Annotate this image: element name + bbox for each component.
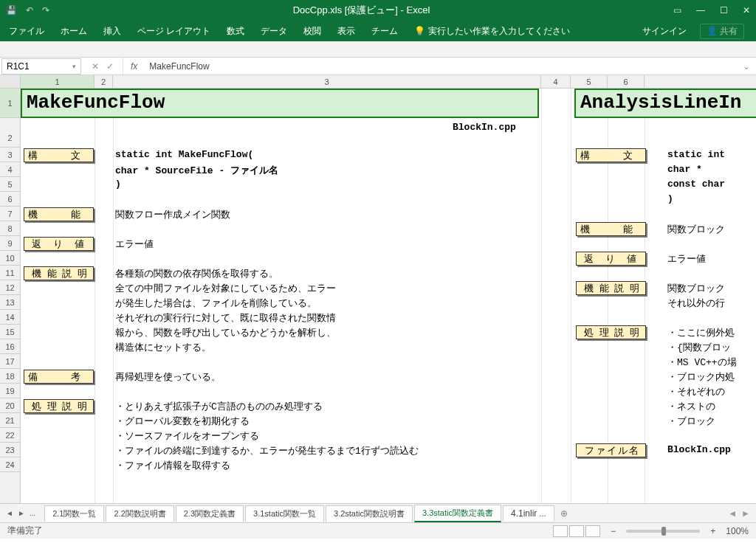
sheet-tab-active[interactable]: 3.3static関数定義書 (414, 505, 501, 522)
tab-nav-prev-icon[interactable]: ► (18, 509, 25, 517)
view-normal-icon[interactable] (553, 525, 568, 537)
cell-text: const char (667, 179, 725, 190)
sheet-tab[interactable]: 2.3関数定義書 (176, 505, 244, 522)
label-function-2: 機 能 (576, 222, 646, 236)
ribbon-options-icon[interactable]: ▭ (673, 5, 681, 15)
tab-data[interactable]: データ (261, 25, 287, 38)
sheet-tab[interactable]: 3.2static関数説明書 (326, 505, 413, 522)
close-icon[interactable]: ✕ (743, 5, 750, 15)
zoom-in-icon[interactable]: + (710, 526, 715, 536)
row-header[interactable]: 9 (0, 236, 20, 251)
col-header[interactable]: 3 (113, 75, 541, 88)
label-syntax-2: 構 文 (576, 148, 646, 162)
row-header[interactable]: 20 (0, 398, 20, 413)
spreadsheet-grid[interactable]: 1 2 3 4 5 6 1 2 3 4 5 6 7 8 9 10 11 12 1… (0, 75, 756, 503)
tab-file[interactable]: ファイル (9, 25, 44, 38)
formula-expand-icon[interactable]: ⌄ (743, 61, 756, 72)
function-title-cell-2[interactable]: AnalysisLineIn (574, 89, 756, 118)
formula-input[interactable]: MakeFuncFlow (145, 60, 743, 73)
cancel-icon[interactable]: ✕ (92, 61, 99, 72)
zoom-out-icon[interactable]: − (611, 526, 616, 536)
sheet-tab[interactable]: 2.2関数説明書 (106, 505, 173, 522)
share-button[interactable]: 👤 共有 (700, 24, 744, 39)
sheet-tab[interactable]: 4.1inlir ... (503, 505, 554, 521)
row-header[interactable]: 23 (0, 443, 20, 457)
row-header[interactable]: 5 (0, 177, 20, 192)
row-header[interactable]: 21 (0, 413, 20, 428)
tab-insert[interactable]: 挿入 (103, 25, 121, 38)
cell-text: char * SourceFile - ファイル名 (115, 164, 278, 177)
row-header[interactable]: 2 (0, 118, 20, 148)
zoom-level[interactable]: 100% (726, 526, 749, 536)
label-desc: 機 能 説 明 (24, 266, 94, 280)
function-title-cell[interactable]: MakeFuncFlow (21, 89, 539, 118)
redo-icon[interactable]: ↷ (42, 5, 49, 15)
hscroll-right-icon[interactable]: ► (741, 508, 750, 519)
label-function: 機 能 (24, 207, 94, 221)
row-header[interactable]: 14 (0, 310, 20, 325)
row-header[interactable]: 10 (0, 251, 20, 266)
hscroll-left-icon[interactable]: ◄ (728, 508, 737, 519)
cell-text: エラー値 (667, 252, 706, 266)
row-header[interactable]: 12 (0, 280, 20, 295)
row-header[interactable]: 1 (0, 89, 20, 118)
cell-text: 再帰処理を使っている。 (115, 370, 221, 384)
column-headers: 1 2 3 4 5 6 (0, 75, 756, 89)
tab-team[interactable]: チーム (371, 25, 398, 38)
row-header[interactable]: 18 (0, 369, 20, 384)
undo-icon[interactable]: ↶ (26, 5, 33, 15)
tab-review[interactable]: 校閲 (303, 25, 321, 38)
row-header[interactable]: 16 (0, 339, 20, 354)
enter-icon[interactable]: ✓ (106, 61, 114, 72)
minimize-icon[interactable]: — (696, 5, 705, 15)
tab-nav-more[interactable]: ... (30, 509, 35, 517)
cell-text: 各種類の関数の依存関係を取得する。 (115, 267, 278, 280)
select-all-corner[interactable] (0, 75, 21, 88)
view-layout-icon[interactable] (569, 525, 584, 537)
row-header[interactable]: 7 (0, 207, 20, 221)
row-header[interactable]: 15 (0, 325, 20, 339)
save-icon[interactable]: 💾 (6, 5, 17, 15)
tab-nav-first-icon[interactable]: ◄ (6, 509, 13, 517)
tab-layout[interactable]: ページ レイアウト (137, 25, 210, 38)
sheet-tab[interactable]: 2.1関数一覧 (44, 505, 104, 522)
cell-text: static int MakeFuncFlow( (115, 149, 253, 160)
col-header[interactable]: 4 (541, 75, 571, 88)
ribbon-tabs: ファイル ホーム 挿入 ページ レイアウト 数式 データ 校閲 表示 チーム 💡… (0, 21, 756, 41)
col-header[interactable]: 2 (94, 75, 113, 88)
name-box[interactable]: R1C1 (1, 58, 81, 75)
row-header[interactable]: 22 (0, 428, 20, 443)
zoom-slider[interactable] (626, 530, 700, 533)
cell-text: static int (667, 149, 725, 160)
row-header[interactable]: 11 (0, 266, 20, 280)
row-header[interactable]: 3 (0, 148, 20, 162)
fx-label[interactable]: fx (123, 61, 145, 72)
add-sheet-icon[interactable]: ⊕ (556, 508, 572, 519)
cell-text: ・とりあえず拡張子がC言語のもののみ処理する (115, 400, 323, 413)
cell-text: それぞれの実行行に対して、既に取得された関数情 (115, 311, 336, 325)
col-header[interactable]: 5 (571, 75, 608, 88)
cells-area[interactable]: MakeFuncFlow AnalysisLineIn BlockIn.cpp … (21, 89, 756, 503)
col-header[interactable]: 6 (608, 75, 645, 88)
label-file-2: ファイル名 (576, 443, 646, 457)
row-header[interactable]: 13 (0, 295, 20, 310)
cell-text: ・ブロック内処 (667, 370, 735, 384)
sheet-tab[interactable]: 3.1static関数一覧 (245, 505, 324, 522)
cell-text: 関数ブロック (667, 223, 725, 236)
signin-link[interactable]: サインイン (642, 25, 687, 38)
quick-access-toolbar: 💾 ↶ ↷ (6, 5, 49, 15)
maximize-icon[interactable]: ☐ (720, 5, 728, 15)
ribbon-body (0, 41, 756, 58)
row-header[interactable]: 24 (0, 457, 20, 472)
row-header[interactable]: 6 (0, 192, 20, 207)
row-header[interactable]: 17 (0, 354, 20, 369)
row-header[interactable]: 8 (0, 221, 20, 236)
view-break-icon[interactable] (585, 525, 600, 537)
tab-home[interactable]: ホーム (61, 25, 87, 38)
col-header[interactable]: 1 (21, 75, 94, 88)
tell-me[interactable]: 💡 実行したい作業を入力してください (414, 25, 569, 38)
tab-view[interactable]: 表示 (337, 25, 355, 38)
row-header[interactable]: 19 (0, 384, 20, 398)
tab-formulas[interactable]: 数式 (227, 25, 244, 38)
row-header[interactable]: 4 (0, 162, 20, 177)
